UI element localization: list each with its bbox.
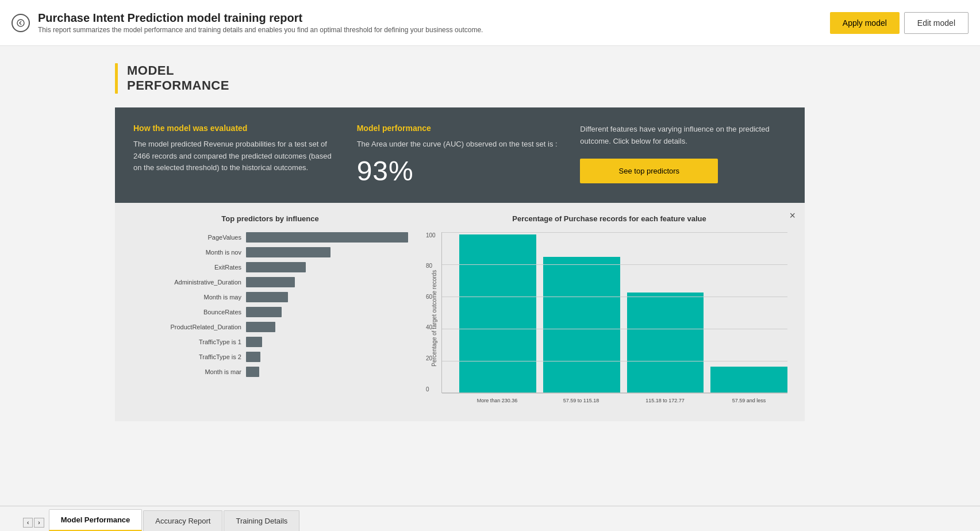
main-content: MODELPERFORMANCE How the model was evalu…: [0, 46, 980, 506]
bar-label: Month is nov: [149, 249, 241, 256]
back-button[interactable]: [11, 14, 30, 32]
v-bar: [627, 293, 704, 393]
bar-fill: [246, 247, 330, 257]
v-chart-grid: 100806040200: [441, 232, 787, 393]
bar-label: ProductRelated_Duration: [149, 324, 241, 330]
v-bar-col: [627, 293, 704, 393]
bar-row: TrafficType is 1: [149, 337, 408, 347]
v-bar: [543, 257, 620, 392]
apply-model-button[interactable]: Apply model: [830, 12, 900, 34]
model-performance-panel: How the model was evaluated The model pr…: [115, 107, 805, 203]
bar-track: [246, 337, 408, 347]
v-bar: [710, 367, 787, 393]
v-bar: [459, 234, 536, 392]
bar-track: [246, 307, 408, 317]
v-bar-col: [543, 257, 620, 392]
v-chart-wrap: Percentage of target outcome records 100…: [431, 232, 787, 405]
predictors-body: Different features have varying influenc…: [580, 124, 786, 148]
section-title-text: MODELPERFORMANCE: [127, 63, 229, 94]
section-title-accent: [115, 63, 118, 94]
y-tick: 100: [426, 232, 436, 238]
top-predictors-title: Top predictors by influence: [132, 214, 408, 223]
bar-track: [246, 322, 408, 332]
v-bar-x-label: More than 230.36: [459, 398, 536, 405]
v-bar-x-label: 57.59 to 115.18: [543, 398, 620, 405]
predictors-col: Different features have varying influenc…: [580, 124, 786, 187]
nav-left-arrow[interactable]: ‹: [23, 518, 33, 528]
auc-value: 93%: [357, 155, 563, 187]
close-chart-button[interactable]: ×: [789, 210, 795, 222]
grid-line: [442, 232, 787, 233]
tab-training-details[interactable]: Training Details: [224, 510, 299, 531]
nav-arrows: ‹ ›: [23, 518, 44, 528]
feature-chart-title: Percentage of Purchase records for each …: [431, 214, 787, 223]
grid-line: [442, 393, 787, 394]
bar-fill: [246, 262, 306, 272]
bar-label: TrafficType is 2: [149, 353, 241, 360]
bar-row: ProductRelated_Duration: [149, 322, 408, 332]
y-tick: 60: [426, 294, 436, 300]
bar-track: [246, 352, 408, 362]
bar-track: [246, 247, 408, 257]
bar-label: Month is may: [149, 294, 241, 301]
chart-panel: × Top predictors by influence PageValues…: [115, 203, 805, 422]
evaluation-body: The model predicted Revenue probabilitie…: [133, 138, 340, 174]
bar-row: TrafficType is 2: [149, 352, 408, 362]
nav-right-arrow[interactable]: ›: [34, 518, 44, 528]
v-bar-x-label: 57.59 and less: [710, 398, 787, 405]
bar-row: BounceRates: [149, 307, 408, 317]
bar-label: ExitRates: [149, 264, 241, 271]
svg-point-0: [17, 20, 24, 26]
bar-fill: [246, 337, 262, 347]
bar-track: [246, 367, 408, 377]
auc-title: Model performance: [357, 124, 563, 133]
section-title: MODELPERFORMANCE: [115, 63, 980, 94]
bar-fill: [246, 277, 295, 287]
bar-fill: [246, 307, 282, 317]
y-tick: 80: [426, 263, 436, 269]
feature-value-chart: Percentage of Purchase records for each …: [431, 214, 787, 405]
bar-label: Administrative_Duration: [149, 279, 241, 286]
y-tick: 40: [426, 324, 436, 330]
page-subtitle: This report summarizes the model perform…: [38, 26, 483, 34]
bar-track: [246, 277, 408, 287]
bar-row: Month is nov: [149, 247, 408, 257]
bar-label: PageValues: [149, 234, 241, 241]
bar-track: [246, 262, 408, 272]
bar-fill: [246, 292, 288, 302]
auc-body: The Area under the curve (AUC) observed …: [357, 138, 563, 151]
bar-label: Month is mar: [149, 368, 241, 375]
header-actions: Apply model Edit model: [830, 12, 969, 34]
v-chart-inner: 100806040200 More than 230.3657.59 to 11…: [441, 232, 787, 405]
bar-row: Month is mar: [149, 367, 408, 377]
header: Purchase Intent Prediction model trainin…: [0, 0, 980, 46]
bar-row: ExitRates: [149, 262, 408, 272]
page-title: Purchase Intent Prediction model trainin…: [38, 11, 483, 25]
bar-row: Administrative_Duration: [149, 277, 408, 287]
charts-row: Top predictors by influence PageValues M…: [132, 214, 787, 405]
bottom-tabs: ‹ › Model Performance Accuracy Report Tr…: [0, 506, 980, 531]
evaluation-title: How the model was evaluated: [133, 124, 340, 133]
bar-chart: PageValues Month is nov ExitRates Admini…: [132, 232, 408, 377]
bar-fill: [246, 352, 260, 362]
edit-model-button[interactable]: Edit model: [904, 12, 969, 34]
y-ticks: 100806040200: [426, 232, 436, 393]
bar-label: TrafficType is 1: [149, 338, 241, 345]
bar-fill: [246, 367, 259, 377]
v-bar-col: [710, 367, 787, 393]
evaluation-col: How the model was evaluated The model pr…: [133, 124, 357, 187]
bar-fill: [246, 232, 408, 243]
header-left: Purchase Intent Prediction model trainin…: [11, 11, 483, 34]
bar-row: PageValues: [149, 232, 408, 243]
bar-row: Month is may: [149, 292, 408, 302]
see-top-predictors-button[interactable]: See top predictors: [580, 159, 718, 183]
y-tick: 0: [426, 386, 436, 393]
tab-model-performance[interactable]: Model Performance: [49, 509, 143, 531]
bar-fill: [246, 322, 275, 332]
auc-col: Model performance The Area under the cur…: [357, 124, 581, 187]
y-tick: 20: [426, 355, 436, 361]
bar-track: [246, 232, 408, 243]
model-performance-heading: MODELPERFORMANCE: [127, 63, 229, 94]
v-bar-x-label: 115.18 to 172.77: [627, 398, 704, 405]
tab-accuracy-report[interactable]: Accuracy Report: [143, 510, 222, 531]
